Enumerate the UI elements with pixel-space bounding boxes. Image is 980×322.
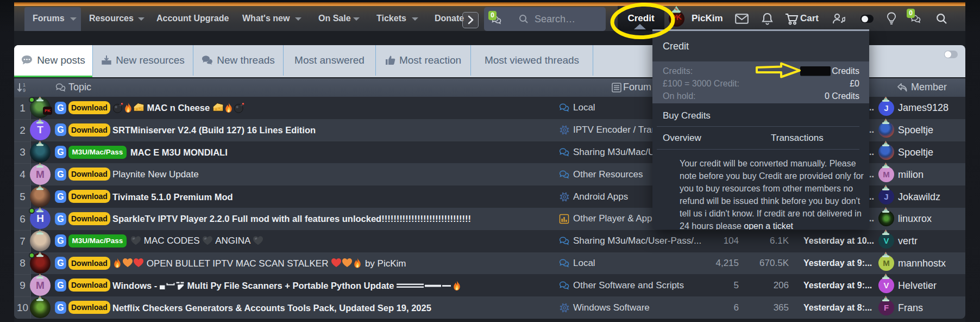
svg-text:1: 1	[23, 82, 26, 88]
svg-text:9: 9	[23, 88, 26, 93]
